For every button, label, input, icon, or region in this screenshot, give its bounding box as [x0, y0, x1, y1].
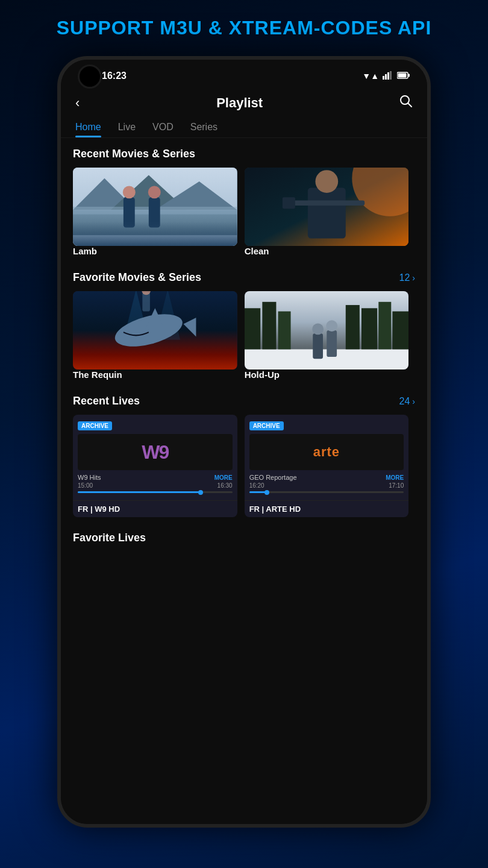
- svg-rect-38: [345, 305, 359, 349]
- recent-lives-section: Recent Lives 24 › ARCHIVE W9: [61, 385, 427, 522]
- svg-point-45: [326, 320, 337, 332]
- recent-movies-title: Recent Movies & Series: [73, 148, 195, 160]
- tab-home[interactable]: Home: [75, 122, 101, 137]
- svg-point-43: [312, 323, 324, 335]
- w9-logo-area: W9: [78, 434, 233, 470]
- arte-program-name: GEO Reportage: [249, 474, 297, 481]
- recent-lives-title: Recent Lives: [73, 395, 140, 407]
- live-card-arte[interactable]: ARCHIVE arte GEO Reportage MORE 16:20 17…: [245, 415, 409, 517]
- wifi-icon: ▼▲: [362, 71, 379, 81]
- w9-card-inner: ARCHIVE W9 W9 Hits MORE 15:00 16:30: [73, 415, 237, 500]
- phone-screen: 16:23 ▼▲: [61, 60, 427, 824]
- svg-rect-17: [149, 197, 160, 227]
- w9-program-info: W9 Hits MORE: [78, 474, 233, 481]
- w9-progress-fill: [78, 491, 201, 493]
- recent-lives-count[interactable]: 24 ›: [399, 396, 415, 407]
- svg-rect-2: [387, 72, 389, 80]
- recent-movies-section: Recent Movies & Series: [61, 138, 427, 262]
- signal-icon: [383, 71, 393, 81]
- arte-more-btn[interactable]: MORE: [386, 474, 404, 481]
- svg-rect-35: [245, 308, 260, 349]
- svg-rect-44: [327, 330, 337, 357]
- svg-rect-1: [385, 74, 387, 80]
- live-card-w9[interactable]: ARCHIVE W9 W9 Hits MORE 15:00 16:30: [73, 415, 237, 517]
- w9-progress-dot: [198, 490, 203, 495]
- camera-bump: [78, 64, 102, 89]
- svg-rect-36: [262, 302, 276, 350]
- w9-channel-name: FR | W9 HD: [73, 500, 237, 517]
- arte-card-inner: ARCHIVE arte GEO Reportage MORE 16:20 17…: [245, 415, 409, 500]
- favorite-movies-section: Favorite Movies & Series 12 ›: [61, 262, 427, 385]
- svg-rect-24: [283, 197, 295, 209]
- w9-program-name: W9 Hits: [78, 474, 101, 481]
- arte-channel-name: FR | ARTE HD: [245, 500, 409, 517]
- lives-count-chevron: ›: [412, 397, 415, 406]
- clean-thumbnail: [245, 168, 409, 246]
- svg-rect-3: [390, 71, 392, 80]
- clean-title: Clean: [245, 246, 269, 256]
- svg-rect-37: [278, 312, 290, 350]
- requin-title: The Requin: [73, 370, 122, 380]
- app-title: Playlist: [216, 95, 263, 111]
- favorite-movies-header: Favorite Movies & Series 12 ›: [73, 271, 415, 284]
- requin-thumbnail: [73, 291, 237, 370]
- lamb-thumbnail: [73, 168, 237, 246]
- content-scroll[interactable]: Recent Movies & Series: [61, 138, 427, 824]
- arte-logo: arte: [313, 444, 340, 460]
- svg-rect-41: [392, 312, 408, 350]
- arte-logo-area: arte: [249, 434, 404, 470]
- movie-card-requin[interactable]: The Requin: [73, 291, 237, 380]
- movie-card-clean[interactable]: Clean: [245, 168, 409, 257]
- svg-rect-39: [361, 308, 377, 349]
- fav-count-chevron: ›: [412, 273, 415, 283]
- favorite-movies-row: The Requin: [73, 291, 415, 380]
- status-icons: ▼▲: [362, 71, 410, 81]
- w9-more-btn[interactable]: MORE: [214, 474, 233, 481]
- svg-rect-23: [289, 201, 364, 206]
- svg-point-22: [315, 170, 338, 193]
- favorite-movies-count[interactable]: 12 ›: [399, 272, 415, 283]
- recent-movies-row: Lamb: [73, 168, 415, 257]
- back-button[interactable]: ‹: [75, 95, 80, 111]
- battery-icon: [397, 71, 410, 81]
- arte-progress-bar: [249, 491, 404, 493]
- svg-rect-0: [383, 76, 384, 80]
- search-button[interactable]: [399, 95, 413, 111]
- live-channels-row: ARCHIVE W9 W9 Hits MORE 15:00 16:30: [73, 415, 415, 517]
- recent-lives-header: Recent Lives 24 ›: [73, 395, 415, 407]
- movie-card-holdup[interactable]: Hold-Up: [245, 291, 409, 380]
- phone-wrapper: 16:23 ▼▲: [57, 56, 431, 828]
- arte-program-times: 16:20 17:10: [249, 482, 404, 489]
- lamb-title: Lamb: [73, 246, 97, 256]
- movie-card-lamb[interactable]: Lamb: [73, 168, 237, 257]
- arte-end-time: 17:10: [389, 482, 404, 489]
- w9-end-time: 16:30: [217, 482, 233, 489]
- lives-count-number: 24: [399, 396, 410, 407]
- arte-start-time: 16:20: [249, 482, 264, 489]
- status-bar: 16:23 ▼▲: [61, 60, 427, 89]
- svg-rect-15: [124, 197, 135, 227]
- tab-live[interactable]: Live: [118, 122, 136, 137]
- svg-rect-6: [398, 74, 407, 78]
- svg-rect-5: [408, 74, 410, 77]
- svg-rect-42: [313, 333, 323, 359]
- holdup-title: Hold-Up: [245, 370, 280, 380]
- holdup-thumbnail: [245, 291, 409, 370]
- recent-movies-header: Recent Movies & Series: [73, 148, 415, 160]
- w9-progress-bar: [78, 491, 233, 493]
- svg-rect-21: [307, 188, 345, 239]
- tabs-bar: Home Live VOD Series: [61, 117, 427, 138]
- svg-rect-40: [378, 302, 391, 350]
- w9-program-times: 15:00 16:30: [78, 482, 233, 489]
- tab-vod[interactable]: VOD: [152, 122, 174, 137]
- fav-count-number: 12: [399, 272, 410, 283]
- favorite-movies-title: Favorite Movies & Series: [73, 271, 201, 284]
- w9-archive-badge: ARCHIVE: [78, 421, 112, 430]
- svg-point-18: [148, 186, 161, 198]
- arte-progress-dot: [264, 490, 269, 495]
- favorite-lives-section: Favorite Lives: [61, 522, 427, 549]
- w9-logo: W9: [142, 441, 168, 464]
- w9-start-time: 15:00: [78, 482, 93, 489]
- app-header: ‹ Playlist: [61, 89, 427, 117]
- tab-series[interactable]: Series: [190, 122, 217, 137]
